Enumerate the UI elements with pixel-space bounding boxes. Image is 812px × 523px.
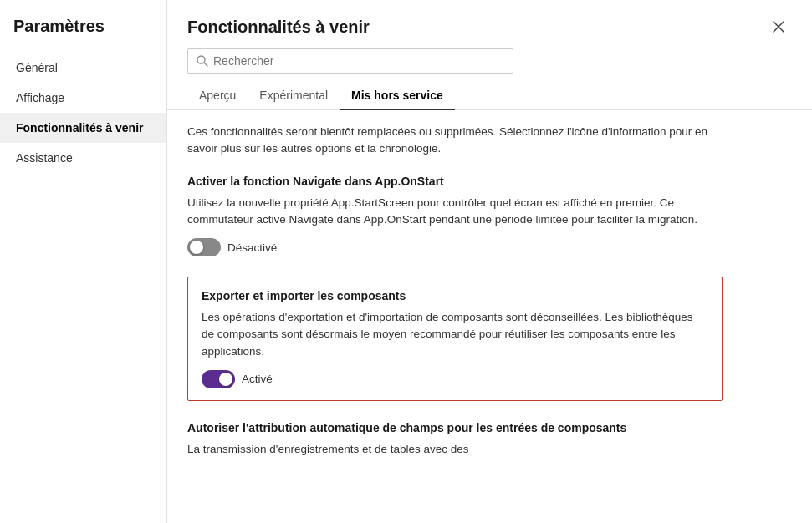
sidebar-title: Paramètres [0,17,166,53]
search-input[interactable] [213,54,504,68]
feature-last: Autoriser l'attribution automatique de c… [187,421,723,458]
close-icon [772,20,785,33]
feature-navigate: Activer la fonction Navigate dans App.On… [187,175,723,257]
toggle-export-track [202,370,235,388]
sidebar-item-fonctionnalites[interactable]: Fonctionnalités à venir [0,113,166,143]
search-icon [197,55,208,67]
sidebar: Paramètres Général Affichage Fonctionnal… [0,0,167,523]
toggle-navigate[interactable] [187,238,221,256]
feature-navigate-desc: Utilisez la nouvelle propriété App.Start… [187,195,723,229]
toggle-navigate-thumb [190,241,203,254]
feature-last-title: Autoriser l'attribution automatique de c… [187,421,723,434]
search-wrapper [187,48,513,74]
toggle-export-thumb [219,373,232,386]
tab-hors-service[interactable]: Mis hors service [340,82,455,110]
sidebar-item-assistance[interactable]: Assistance [0,143,166,173]
feature-export: Exporter et importer les composants Les … [187,277,723,401]
feature-export-desc: Les opérations d'exportation et d'import… [202,309,708,360]
search-container [167,37,812,74]
intro-text: Ces fonctionnalités seront bientôt rempl… [187,124,723,158]
toggle-export[interactable] [202,370,235,388]
sidebar-item-general[interactable]: Général [0,53,166,83]
toggle-navigate-track [187,238,221,256]
toggle-navigate-label: Désactivé [227,241,277,254]
feature-last-desc: La transmission d'enregistrements et de … [187,441,723,458]
main-content: Fonctionnalités à venir Aperçu Expérimen… [167,0,812,523]
main-header: Fonctionnalités à venir [167,0,812,37]
tab-apercu[interactable]: Aperçu [187,82,248,110]
svg-line-1 [204,63,207,66]
content-body: Ces fonctionnalités seront bientôt rempl… [167,110,812,523]
toggle-export-label: Activé [242,373,273,385]
sidebar-item-affichage[interactable]: Affichage [0,83,166,113]
tab-experimental[interactable]: Expérimental [248,82,340,110]
feature-navigate-toggle-row: Désactivé [187,238,723,256]
feature-export-title: Exporter et importer les composants [202,289,708,302]
tabs-row: Aperçu Expérimental Mis hors service [167,74,812,110]
feature-export-toggle-row: Activé [202,370,708,388]
close-button[interactable] [765,17,792,37]
page-title: Fonctionnalités à venir [187,18,370,37]
feature-navigate-title: Activer la fonction Navigate dans App.On… [187,175,723,188]
settings-modal: Paramètres Général Affichage Fonctionnal… [0,0,812,523]
